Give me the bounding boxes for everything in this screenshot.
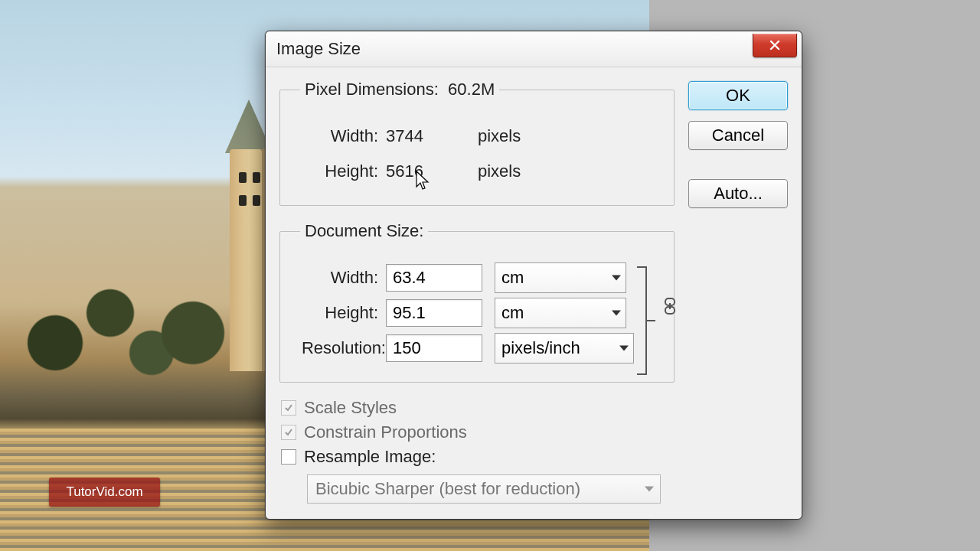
close-icon — [769, 40, 780, 51]
image-size-dialog: Image Size Pixel Dimensions: 60.2M Width… — [265, 31, 802, 520]
background-detail — [239, 195, 247, 206]
cancel-button[interactable]: Cancel — [688, 121, 788, 150]
doc-height-label: Height: — [296, 303, 386, 323]
scale-styles-option: Scale Styles — [279, 398, 675, 418]
px-width-value: 3744 — [386, 126, 478, 146]
ok-button[interactable]: OK — [688, 81, 788, 110]
doc-height-input[interactable] — [386, 299, 482, 327]
px-width-unit: pixels — [478, 126, 521, 146]
chevron-down-icon — [612, 276, 621, 281]
scale-styles-label: Scale Styles — [304, 398, 397, 418]
document-size-group: Document Size: Width: cm Height: cm — [279, 221, 675, 383]
px-height-unit: pixels — [478, 161, 521, 181]
pixel-dimensions-legend: Pixel Dimensions: 60.2M — [300, 80, 499, 99]
background-detail — [239, 172, 247, 183]
chain-link-icon — [663, 298, 677, 315]
chevron-down-icon — [645, 487, 654, 492]
resample-method-select: Bicubic Sharper (best for reduction) — [307, 474, 661, 504]
doc-width-unit-select[interactable]: cm — [495, 262, 626, 293]
pixel-dimensions-group: Pixel Dimensions: 60.2M Width: 3744 pixe… — [279, 80, 675, 206]
pixel-dimensions-size: 60.2M — [448, 80, 495, 99]
px-height-value: 5616 — [386, 161, 478, 181]
px-width-label: Width: — [296, 126, 386, 146]
resolution-label: Resolution: — [296, 338, 394, 358]
checkmark-icon — [284, 428, 293, 437]
doc-width-label: Width: — [296, 268, 386, 288]
resolution-input[interactable] — [386, 334, 482, 362]
resample-image-checkbox[interactable] — [281, 449, 296, 465]
resolution-unit-select[interactable]: pixels/inch — [495, 333, 634, 364]
constrain-proportions-label: Constrain Proportions — [304, 422, 467, 442]
constrain-proportions-option: Constrain Proportions — [279, 422, 675, 442]
checkmark-icon — [284, 403, 293, 412]
resolution-unit-value: pixels/inch — [501, 338, 580, 358]
close-button[interactable] — [753, 34, 797, 57]
document-size-legend: Document Size: — [300, 221, 428, 241]
scale-styles-checkbox — [281, 400, 296, 416]
dialog-titlebar[interactable]: Image Size — [266, 31, 802, 67]
watermark-text: TutorVid.com — [66, 484, 142, 500]
background-detail — [253, 195, 260, 206]
dialog-title: Image Size — [276, 39, 361, 59]
chevron-down-icon — [619, 346, 629, 351]
constrain-proportions-checkbox — [281, 425, 296, 440]
resample-image-label: Resample Image: — [304, 447, 436, 467]
doc-height-unit-select[interactable]: cm — [495, 298, 626, 328]
watermark-badge: TutorVid.com — [49, 478, 160, 507]
doc-height-unit-value: cm — [501, 303, 524, 323]
resample-method-value: Bicubic Sharper (best for reduction) — [315, 479, 580, 499]
background-detail — [253, 172, 260, 183]
background-detail — [0, 283, 276, 383]
pixel-dimensions-label: Pixel Dimensions: — [305, 80, 439, 99]
doc-width-unit-value: cm — [501, 268, 524, 288]
resample-image-option[interactable]: Resample Image: — [279, 447, 675, 467]
doc-width-input[interactable] — [386, 264, 482, 292]
auto-button[interactable]: Auto... — [688, 179, 788, 208]
chevron-down-icon — [612, 311, 621, 316]
px-height-label: Height: — [296, 161, 386, 181]
